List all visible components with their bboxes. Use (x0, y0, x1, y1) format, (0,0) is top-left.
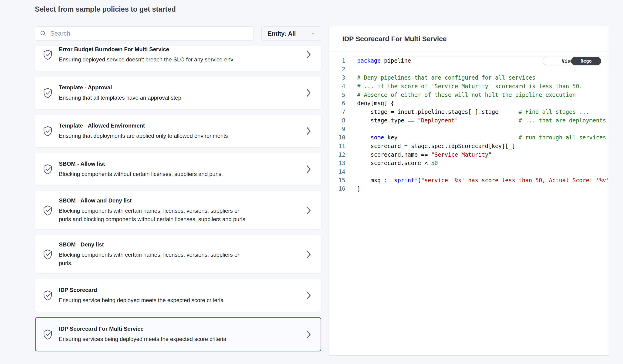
line-number: 7 (329, 108, 345, 116)
line-number: 3 (329, 74, 345, 82)
policy-title: Template - Allowed Environment (59, 122, 306, 129)
chevron-right-icon (306, 206, 311, 214)
code-line: 6deny[msg] { (329, 99, 609, 108)
policy-description: Blocking components without certain lice… (59, 170, 306, 178)
policy-card[interactable]: Template - Allowed Environment Ensuring … (35, 115, 321, 147)
policy-title: Template - Approval (59, 84, 306, 91)
entity-filter-label: Entity: All (268, 30, 296, 37)
chevron-right-icon (306, 330, 311, 339)
line-number: 6 (329, 99, 345, 108)
toggle-rego-button[interactable]: Rego (571, 57, 601, 65)
code-line: 5# Absence of either of these will not h… (329, 91, 609, 99)
policy-card[interactable]: SBOM - Allow and Deny list Blocking comp… (35, 191, 321, 230)
line-number: 15 (329, 176, 345, 185)
policy-description: Ensuring service being deployed meets th… (59, 296, 306, 304)
policy-description: Blocking components with certain names, … (59, 207, 306, 223)
policy-title: SBOM - Allow and Deny list (59, 197, 306, 204)
line-number: 13 (329, 159, 345, 168)
code-line: 8 stage.type == "Deployment" # ... that … (329, 116, 609, 125)
code-line: 15 msg := sprintf("service '%s' has scor… (329, 176, 609, 185)
code-line: 12 scorecard.name == "Service Maturity" (329, 150, 609, 159)
policy-card-body: Template - Approval Ensuring that all te… (59, 84, 306, 102)
policy-card-body: Template - Allowed Environment Ensuring … (59, 122, 306, 140)
line-number: 5 (329, 91, 345, 99)
policy-card[interactable]: SBOM - Allow list Blocking components wi… (35, 153, 321, 186)
code-line: 10 some key # run through all services (329, 133, 609, 142)
shield-check-icon (43, 249, 59, 259)
chevron-down-icon (310, 31, 316, 36)
code-lines: 1package pipeline23# Deny pipelines that… (329, 51, 609, 193)
line-number: 11 (329, 142, 345, 150)
search-box[interactable] (35, 26, 254, 41)
policy-detail-panel: IDP Scorecard For Multi Service 1package… (329, 26, 609, 356)
code-line: 2 (329, 65, 609, 74)
code-line: 14 (329, 168, 609, 176)
policy-title: IDP Scorecard For Multi Service (59, 325, 306, 332)
visual-rego-toggle[interactable]: Visual Rego (543, 57, 601, 65)
policy-description: Ensuring that all templates have an appr… (59, 94, 306, 102)
line-number: 8 (329, 116, 345, 125)
policy-card[interactable]: Template - Approval Ensuring that all te… (35, 77, 321, 109)
shield-check-icon (43, 50, 59, 60)
chevron-right-icon (306, 89, 311, 97)
search-input[interactable] (50, 30, 249, 38)
policy-card[interactable]: IDP Scorecard Ensuring service being dep… (35, 279, 321, 312)
line-number: 2 (329, 65, 345, 74)
policy-description: Ensuring deployed service doesn't breach… (59, 55, 306, 64)
code-editor[interactable]: 1package pipeline23# Deny pipelines that… (329, 51, 609, 354)
policy-card-body: SBOM - Deny list Blocking components wit… (59, 241, 306, 267)
code-line: 16} (329, 185, 609, 193)
line-number: 14 (329, 168, 345, 176)
policy-card-body: SBOM - Allow list Blocking components wi… (59, 160, 306, 178)
policy-title: SBOM - Allow list (59, 160, 306, 167)
shield-check-icon (43, 88, 59, 98)
policy-card[interactable]: IDP Scorecard For Multi Service Ensuring… (35, 317, 321, 351)
shield-check-icon (43, 329, 59, 340)
code-line: 11 scorecard = stage.spec.idpScorecard[k… (329, 142, 609, 150)
chevron-right-icon (306, 165, 311, 173)
line-number: 1 (329, 57, 345, 65)
detail-title: IDP Scorecard For Multi Service (342, 35, 446, 43)
policy-list: Error Budget Burndown For Multi Service … (34, 46, 322, 351)
policy-description: Blocking components with certain names, … (59, 251, 306, 267)
chevron-right-icon (306, 250, 311, 258)
policy-card[interactable]: SBOM - Deny list Blocking components wit… (35, 235, 321, 274)
policy-card-body: IDP Scorecard For Multi Service Ensuring… (59, 325, 306, 343)
shield-check-icon (43, 290, 59, 300)
policy-title: IDP Scorecard (59, 286, 306, 294)
policy-description: Ensuring services being deployed meets t… (59, 335, 306, 343)
page-title: Select from sample policies to get start… (35, 5, 176, 14)
chevron-right-icon (306, 127, 311, 135)
list-controls: Entity: All (35, 26, 321, 41)
code-line: 7 stage = input.pipeline.stages[_].stage… (329, 108, 609, 116)
code-line: 13 scorecard.score < 50 (329, 159, 609, 168)
policy-title: Error Budget Burndown For Multi Service (59, 46, 306, 53)
line-number: 12 (329, 150, 345, 159)
line-number: 10 (329, 133, 345, 142)
policy-card-body: Error Budget Burndown For Multi Service … (59, 46, 306, 64)
shield-check-icon (43, 205, 59, 215)
policy-card-body: IDP Scorecard Ensuring service being dep… (59, 286, 306, 304)
shield-check-icon (43, 126, 59, 136)
policy-card-body: SBOM - Allow and Deny list Blocking comp… (59, 197, 306, 223)
shield-check-icon (43, 164, 59, 174)
code-line: 4# ... if the score of 'Service Maturity… (329, 82, 609, 91)
policy-description: Ensuring that deployments are applied on… (59, 132, 306, 140)
line-number: 9 (329, 125, 345, 134)
policy-card[interactable]: Error Budget Burndown For Multi Service … (35, 46, 321, 71)
line-number: 16 (329, 185, 345, 193)
code-line: 3# Deny pipelines that are configured fo… (329, 74, 609, 82)
chevron-right-icon (306, 50, 311, 59)
line-number: 4 (329, 82, 345, 91)
chevron-right-icon (306, 291, 311, 300)
search-icon (40, 30, 46, 37)
code-line: 9 (329, 125, 609, 134)
detail-header: IDP Scorecard For Multi Service (329, 26, 609, 51)
policy-title: SBOM - Deny list (59, 241, 306, 248)
entity-filter-dropdown[interactable]: Entity: All (262, 26, 321, 41)
policy-list-viewport[interactable]: Error Budget Burndown For Multi Service … (34, 46, 322, 356)
